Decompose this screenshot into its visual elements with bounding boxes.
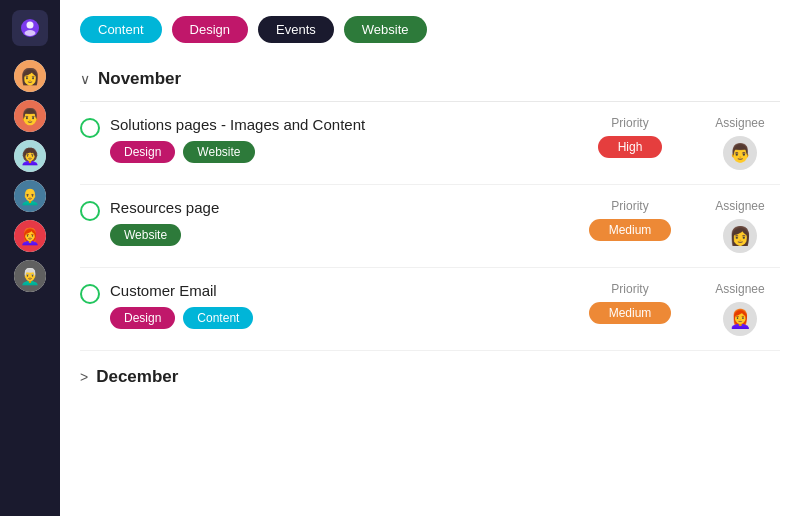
task-tag-website-1[interactable]: Website — [183, 141, 254, 163]
task-tags-2: Website — [110, 224, 560, 246]
tag-events[interactable]: Events — [258, 16, 334, 43]
task-meta-1: Priority High — [570, 116, 690, 158]
tag-design[interactable]: Design — [172, 16, 248, 43]
svg-point-2 — [25, 30, 36, 36]
november-chevron[interactable]: ∨ — [80, 71, 90, 87]
task-content-1: Solutions pages - Images and Content Des… — [110, 116, 560, 163]
task-row-2: Resources page Website Priority Medium A… — [80, 185, 780, 268]
task-tag-website-2[interactable]: Website — [110, 224, 181, 246]
task-tag-content-3[interactable]: Content — [183, 307, 253, 329]
avatar-5[interactable]: 👩‍🦰 — [14, 220, 46, 252]
task-name-1: Solutions pages - Images and Content — [110, 116, 560, 133]
task-tags-1: Design Website — [110, 141, 560, 163]
assignee-section-1: Assignee 👨 — [700, 116, 780, 170]
november-section-header: ∨ November — [80, 61, 780, 97]
december-section-header: > December — [80, 351, 780, 395]
task-tag-design-1[interactable]: Design — [110, 141, 175, 163]
task-content-2: Resources page Website — [110, 199, 560, 246]
avatar-6[interactable]: 👨‍🦳 — [14, 260, 46, 292]
assignee-label-1: Assignee — [715, 116, 764, 130]
priority-label-3: Priority — [611, 282, 648, 296]
task-tag-design-3[interactable]: Design — [110, 307, 175, 329]
priority-badge-1: High — [598, 136, 663, 158]
task-check-3[interactable] — [80, 284, 100, 308]
task-name-3: Customer Email — [110, 282, 560, 299]
tag-content[interactable]: Content — [80, 16, 162, 43]
task-circle-icon-1 — [80, 118, 100, 138]
priority-badge-3: Medium — [589, 302, 672, 324]
priority-badge-2: Medium — [589, 219, 672, 241]
task-name-2: Resources page — [110, 199, 560, 216]
main-content: Content Design Events Website ∨ November… — [60, 0, 800, 516]
tag-website[interactable]: Website — [344, 16, 427, 43]
svg-point-1 — [27, 22, 34, 29]
december-title: December — [96, 367, 178, 387]
task-meta-2: Priority Medium — [570, 199, 690, 241]
top-tags-bar: Content Design Events Website — [80, 16, 780, 43]
task-row-3: Customer Email Design Content Priority M… — [80, 268, 780, 351]
task-meta-3: Priority Medium — [570, 282, 690, 324]
december-chevron[interactable]: > — [80, 369, 88, 385]
assignee-section-3: Assignee 👩‍🦰 — [700, 282, 780, 336]
assignee-label-3: Assignee — [715, 282, 764, 296]
task-tags-3: Design Content — [110, 307, 560, 329]
task-check-2[interactable] — [80, 201, 100, 225]
assignee-section-2: Assignee 👩 — [700, 199, 780, 253]
task-circle-icon-3 — [80, 284, 100, 304]
assignee-avatar-3: 👩‍🦰 — [723, 302, 757, 336]
task-circle-icon-2 — [80, 201, 100, 221]
task-check-1[interactable] — [80, 118, 100, 142]
task-row-1: Solutions pages - Images and Content Des… — [80, 102, 780, 185]
assignee-avatar-2: 👩 — [723, 219, 757, 253]
november-title: November — [98, 69, 181, 89]
priority-label-2: Priority — [611, 199, 648, 213]
avatar-4[interactable]: 👨‍🦲 — [14, 180, 46, 212]
avatar-3[interactable]: 👩‍🦱 — [14, 140, 46, 172]
avatar-2[interactable]: 👨 — [14, 100, 46, 132]
task-content-3: Customer Email Design Content — [110, 282, 560, 329]
assignee-avatar-1: 👨 — [723, 136, 757, 170]
avatar-1[interactable]: 👩 — [14, 60, 46, 92]
priority-label-1: Priority — [611, 116, 648, 130]
app-logo[interactable] — [12, 10, 48, 46]
assignee-label-2: Assignee — [715, 199, 764, 213]
sidebar: 👩 👨 👩‍🦱 👨‍🦲 👩‍🦰 👨‍🦳 — [0, 0, 60, 516]
